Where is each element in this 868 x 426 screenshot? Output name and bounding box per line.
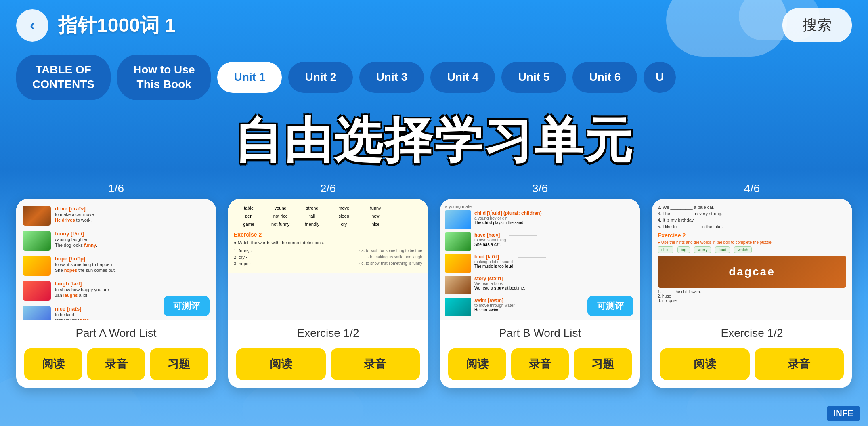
card-4-wrapper: 4/6 2. We _________ a blue car. 3. The _… — [652, 182, 852, 388]
back-button[interactable]: ‹ — [16, 9, 48, 42]
exercise-word-grid: table young strong move funny pen not ri… — [234, 205, 422, 227]
word-entry-hope: hope [hoʊp] to want something to happen … — [23, 256, 210, 276]
partb-text-child: child [tʃaɪld] (plural: children) a youn… — [474, 210, 542, 225]
card-1-wrapper: 1/6 drive [draɪv] to make a car move He … — [16, 182, 216, 388]
tab-how-to-use[interactable]: How to UseThis Book — [117, 55, 211, 100]
tab-unit4[interactable]: Unit 4 — [430, 62, 495, 92]
ex4-word-watch: watch — [734, 246, 752, 253]
card-4-record-btn[interactable]: 录音 — [755, 348, 844, 380]
card-4-label: Exercise 1/2 — [652, 320, 852, 343]
partb-text-loud: loud [laʊd] making a lot of sound The mu… — [474, 254, 514, 269]
partb-def-child: a young boy or girl — [474, 216, 542, 220]
grid-cell: not funny — [266, 221, 296, 227]
grid-cell — [392, 221, 423, 227]
card-1-label: Part A Word List — [16, 320, 216, 343]
grid-cell: nice — [361, 221, 391, 227]
word-photo-drive — [23, 206, 51, 226]
grid-cell: table — [234, 205, 264, 211]
tab-unit5[interactable]: Unit 5 — [501, 62, 566, 92]
partb-ex-story: We read a story at bedtime. — [474, 286, 525, 290]
exercise-item-label: 2. cry · — [234, 255, 247, 260]
partb-line-loud — [518, 257, 546, 258]
card-3-read-btn[interactable]: 阅读 — [448, 348, 506, 380]
exercise-item-2: 2. cry · · b. making us smile and laugh — [234, 255, 422, 260]
card-1-exercise-btn[interactable]: 习题 — [150, 348, 208, 380]
card-4-actions: 阅读 录音 — [652, 343, 852, 388]
tab-unit6[interactable]: Unit 6 — [572, 62, 637, 92]
card-1-assessable-badge: 可测评 — [164, 296, 210, 316]
ex4-sentence-3: 3. The _________ is very strong. — [658, 211, 846, 216]
card-3-wrapper: 3/6 a young male child [tʃaɪld] (plural:… — [440, 182, 640, 388]
tab-unit3[interactable]: Unit 3 — [359, 62, 424, 92]
exercise-2-instruction: ● Match the words with the correct defin… — [234, 240, 422, 245]
word-name-hope: hope [hoʊp] — [55, 256, 173, 262]
grid-cell: game — [234, 221, 264, 227]
card-1-content: drive [draɪv] to make a car move He driv… — [16, 199, 216, 320]
partb-line-swim — [518, 301, 546, 301]
ex4-puzzle-answers: 1. _____ the child swim.2. huge3. not qu… — [658, 290, 846, 303]
ex4-instruction: ● Use the hints and the words in the box… — [658, 240, 846, 245]
partb-photo-loud — [445, 254, 471, 273]
ex4-puzzle-visual: dagcae — [658, 256, 846, 288]
grid-cell: new — [361, 213, 391, 219]
header: ‹ 指针1000词 1 搜索 — [0, 0, 868, 50]
word-text-laugh: laugh [læf] to show how happy you are Ja… — [55, 281, 173, 298]
partb-text-have: have [hæv] to own something She has a ca… — [474, 232, 506, 247]
partb-ex-swim: He can swim. — [474, 308, 515, 312]
tab-unit-partial[interactable]: U — [644, 62, 676, 92]
partb-def-story: We read a book — [474, 281, 525, 286]
tab-unit2[interactable]: Unit 2 — [288, 62, 353, 92]
card-3-pagination: 3/6 — [532, 182, 548, 195]
word-ex-laugh: Jan laughs a lot. — [55, 293, 173, 298]
word-def-drive: to make a car move — [55, 212, 173, 218]
word-name-drive: drive [draɪv] — [55, 206, 173, 212]
partb-def-have: to own something — [474, 238, 506, 242]
exercise-item-label: 1. funny · — [234, 248, 252, 253]
grid-cell: friendly — [297, 221, 327, 227]
exercise-item-1: 1. funny · · a. to wish for something to… — [234, 248, 422, 253]
card-3-record-btn[interactable]: 录音 — [511, 348, 569, 380]
tab-table-of-contents[interactable]: TABLE OFCONTENTS — [16, 55, 111, 100]
partb-line-story — [528, 279, 556, 279]
card-1-record-btn[interactable]: 录音 — [87, 348, 145, 380]
card-2: table young strong move funny pen not ri… — [228, 199, 428, 388]
search-button[interactable]: 搜索 — [782, 8, 852, 42]
partb-name-child: child [tʃaɪld] (plural: children) — [474, 210, 542, 216]
word-text-funny: funny [fʌni] causing laughter The dog lo… — [55, 231, 173, 248]
partb-entry-loud: loud [laʊd] making a lot of sound The mu… — [445, 254, 635, 273]
card-3-actions: 阅读 录音 习题 — [440, 343, 640, 388]
tab-unit1[interactable]: Unit 1 — [217, 62, 282, 92]
partb-def-swim: to move through water — [474, 303, 515, 308]
card-2-record-btn[interactable]: 录音 — [331, 348, 420, 380]
card-2-label: Exercise 1/2 — [228, 320, 428, 343]
card-3-exercise-btn[interactable]: 习题 — [574, 348, 632, 380]
app-title: 指针1000词 1 — [58, 13, 782, 38]
word-text-drive: drive [draɪv] to make a car move He driv… — [55, 206, 173, 222]
card-2-content: table young strong move funny pen not ri… — [228, 199, 428, 320]
partb-photo-have — [445, 232, 471, 251]
ex4-sentence-5: 5. I like to _________ in the lake. — [658, 224, 846, 229]
word-photo-hope — [23, 256, 51, 276]
card-3-content: a young male child [tʃaɪld] (plural: chi… — [440, 199, 640, 320]
word-ex-funny: The dog looks funny. — [55, 243, 173, 248]
word-ex-drive: He drives to work. — [55, 218, 173, 222]
card-2-read-btn[interactable]: 阅读 — [236, 348, 326, 380]
grid-cell: funny — [361, 205, 391, 211]
card-4-content: 2. We _________ a blue car. 3. The _____… — [652, 199, 852, 320]
card-3-assessable-badge: 可测评 — [587, 296, 633, 316]
card-1-read-btn[interactable]: 阅读 — [24, 348, 82, 380]
partb-photo-swim — [445, 298, 471, 316]
partb-entry-child: child [tʃaɪld] (plural: children) a youn… — [445, 210, 635, 229]
word-line-drive — [177, 210, 210, 210]
grid-cell: young — [266, 205, 296, 211]
exercise-4-content: 2. We _________ a blue car. 3. The _____… — [652, 199, 852, 308]
card-4-read-btn[interactable]: 阅读 — [660, 348, 750, 380]
exercise-match-3: · c. to show that something is funny — [359, 261, 422, 266]
grid-cell: pen — [234, 213, 264, 219]
partb-photo-story — [445, 276, 471, 294]
partb-def-loud: making a lot of sound — [474, 260, 514, 264]
partb-name-have: have [hæv] — [474, 232, 506, 238]
card-1-actions: 阅读 录音 习题 — [16, 343, 216, 388]
grid-cell: sleep — [329, 213, 359, 219]
ex4-word-big: big — [677, 246, 690, 253]
